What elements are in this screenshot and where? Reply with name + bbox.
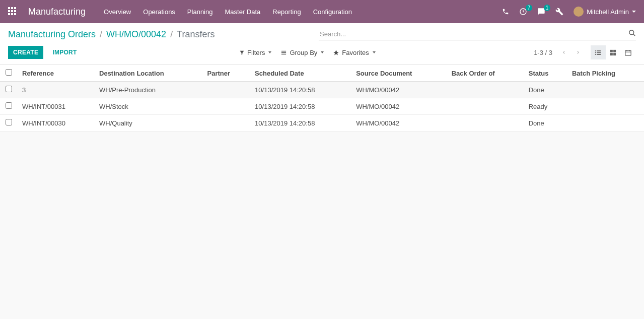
cell-backorder [447, 82, 524, 98]
pager-prev[interactable] [558, 47, 569, 58]
chat-icon[interactable]: 1 [537, 8, 545, 16]
user-menu[interactable]: Mitchell Admin [574, 7, 636, 17]
crumb-manufacturing-orders[interactable]: Manufacturing Orders [8, 29, 96, 40]
view-switcher [591, 45, 636, 59]
cell-batch [567, 115, 644, 132]
menu-planning[interactable]: Planning [187, 8, 213, 16]
svg-line-2 [633, 34, 635, 36]
menu-master-data[interactable]: Master Data [225, 8, 260, 16]
cell-scheduled: 10/13/2019 14:20:58 [250, 115, 351, 132]
cell-status: Done [524, 115, 567, 132]
pager-next[interactable] [573, 47, 584, 58]
menu-operations[interactable]: Operations [143, 8, 175, 16]
phone-icon[interactable] [502, 8, 509, 15]
calendar-view-icon [624, 49, 632, 56]
breadcrumb: Manufacturing Orders / WH/MO/00042 / Tra… [8, 29, 215, 40]
chevron-down-icon [268, 51, 271, 53]
menu-reporting[interactable]: Reporting [272, 8, 301, 16]
chevron-down-icon [321, 51, 324, 53]
svg-rect-4 [281, 52, 286, 52]
activity-badge: 7 [526, 5, 533, 11]
row-checkbox[interactable] [6, 86, 12, 92]
cell-source: WH/MO/00042 [351, 115, 447, 132]
cell-backorder [447, 98, 524, 115]
svg-rect-8 [595, 52, 596, 53]
svg-rect-12 [610, 49, 613, 52]
select-all-checkbox[interactable] [6, 69, 12, 76]
col-reference[interactable]: Reference [17, 65, 94, 82]
menu-configuration[interactable]: Configuration [313, 8, 352, 16]
cell-batch [567, 98, 644, 115]
search-input[interactable] [319, 28, 636, 40]
view-kanban-button[interactable] [606, 45, 621, 59]
list-icon [280, 50, 287, 55]
list-view-icon [594, 49, 602, 56]
svg-point-1 [629, 30, 634, 35]
group-by-button[interactable]: Group By [280, 49, 324, 56]
activity-icon[interactable]: 7 [519, 8, 527, 16]
svg-rect-15 [614, 53, 616, 55]
tools-icon[interactable] [555, 8, 563, 16]
star-icon [333, 49, 339, 56]
menu-overview[interactable]: Overview [104, 8, 131, 16]
pager-text[interactable]: 1-3 / 3 [534, 49, 552, 56]
funnel-icon [239, 50, 245, 55]
app-brand[interactable]: Manufacturing [28, 7, 86, 17]
svg-rect-16 [625, 50, 631, 55]
svg-rect-3 [281, 50, 286, 51]
control-panel: Manufacturing Orders / WH/MO/00042 / Tra… [0, 23, 644, 65]
import-button[interactable]: IMPORT [48, 46, 81, 59]
search-wrap [319, 28, 636, 40]
svg-rect-14 [610, 53, 613, 55]
row-checkbox[interactable] [6, 102, 12, 109]
col-scheduled[interactable]: Scheduled Date [250, 65, 351, 82]
svg-rect-10 [595, 54, 596, 55]
table-row[interactable]: WH/INT/00030 WH/Quality 10/13/2019 14:20… [0, 115, 644, 132]
cell-destination: WH/Pre-Production [94, 82, 202, 98]
filters-button[interactable]: Filters [239, 49, 271, 56]
create-button[interactable]: CREATE [8, 46, 43, 59]
kanban-view-icon [609, 49, 617, 56]
col-status[interactable]: Status [524, 65, 567, 82]
topnav-right: 7 1 Mitchell Admin [502, 7, 636, 17]
row-checkbox[interactable] [6, 119, 12, 125]
cell-reference: 3 [17, 82, 94, 98]
cell-partner [202, 98, 250, 115]
chevron-down-icon [632, 11, 636, 13]
main-menu: Overview Operations Planning Master Data… [104, 8, 352, 16]
chat-badge: 1 [544, 5, 551, 11]
svg-rect-7 [597, 50, 601, 51]
favorites-button[interactable]: Favorites [333, 49, 375, 56]
table-row[interactable]: WH/INT/00031 WH/Stock 10/13/2019 14:20:5… [0, 98, 644, 115]
view-calendar-button[interactable] [621, 45, 636, 59]
search-icon[interactable] [628, 29, 636, 37]
col-batch[interactable]: Batch Picking [567, 65, 644, 82]
transfers-table: Reference Destination Location Partner S… [0, 65, 644, 132]
cell-batch [567, 82, 644, 98]
col-destination[interactable]: Destination Location [94, 65, 202, 82]
chevron-down-icon [373, 51, 376, 53]
cell-partner [202, 82, 250, 98]
cell-destination: WH/Stock [94, 98, 202, 115]
top-nav: Manufacturing Overview Operations Planni… [0, 0, 644, 23]
col-partner[interactable]: Partner [202, 65, 250, 82]
cell-scheduled: 10/13/2019 14:20:58 [250, 82, 351, 98]
view-list-button[interactable] [591, 45, 606, 59]
col-backorder[interactable]: Back Order of [447, 65, 524, 82]
svg-rect-11 [597, 54, 601, 55]
cell-status: Ready [524, 98, 567, 115]
user-name: Mitchell Admin [587, 8, 629, 16]
cell-source: WH/MO/00042 [351, 98, 447, 115]
apps-icon[interactable] [8, 7, 17, 16]
svg-rect-6 [595, 50, 596, 51]
cell-backorder [447, 115, 524, 132]
table-row[interactable]: 3 WH/Pre-Production 10/13/2019 14:20:58 … [0, 82, 644, 98]
crumb-mo-number[interactable]: WH/MO/00042 [106, 29, 166, 40]
crumb-current: Transfers [177, 29, 214, 40]
col-source[interactable]: Source Document [351, 65, 447, 82]
cell-reference: WH/INT/00031 [17, 98, 94, 115]
svg-rect-5 [281, 53, 286, 54]
cell-scheduled: 10/13/2019 14:20:58 [250, 98, 351, 115]
cell-source: WH/MO/00042 [351, 82, 447, 98]
cell-destination: WH/Quality [94, 115, 202, 132]
